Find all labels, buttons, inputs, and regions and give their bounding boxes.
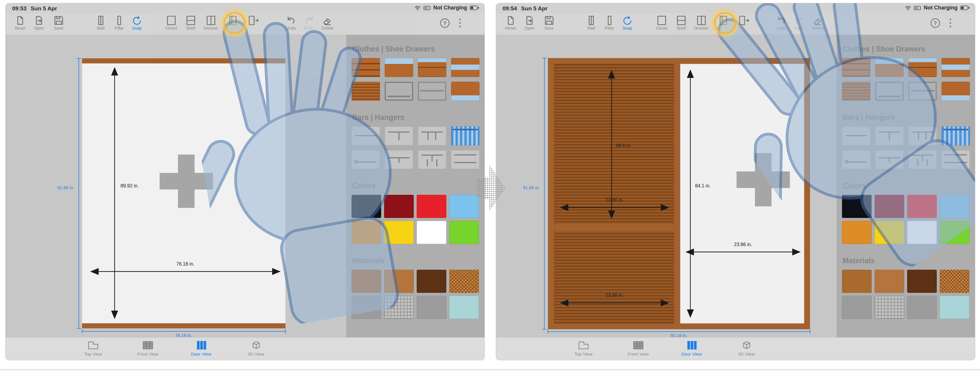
material-gray-plain[interactable] xyxy=(907,296,937,319)
material-wood-medium[interactable] xyxy=(842,270,872,293)
drawer-slatted[interactable] xyxy=(352,82,380,101)
drawer-blue-middle[interactable] xyxy=(451,58,479,77)
drawer-slatted[interactable] xyxy=(842,82,870,101)
color-white[interactable] xyxy=(907,221,937,244)
material-wood-light[interactable] xyxy=(875,270,904,293)
color-green[interactable] xyxy=(940,221,969,244)
drawer-striped[interactable] xyxy=(842,58,870,77)
material-gray-plain[interactable] xyxy=(417,296,446,319)
basket-frame[interactable] xyxy=(875,82,904,101)
help-button[interactable]: ? xyxy=(925,17,946,29)
material-wood-weave[interactable] xyxy=(940,270,969,293)
wall-button[interactable]: Wall xyxy=(90,15,111,30)
bar-single[interactable] xyxy=(842,126,870,145)
color-yellow[interactable] xyxy=(384,221,414,244)
undo-button[interactable]: Undo xyxy=(771,15,792,30)
shelf-button[interactable]: Shelf xyxy=(180,15,201,30)
shelf-button[interactable]: Shelf xyxy=(671,15,692,30)
color-orange[interactable] xyxy=(842,221,872,244)
color-black[interactable] xyxy=(352,195,381,218)
material-gray[interactable] xyxy=(352,296,381,319)
material-gray-grid[interactable] xyxy=(384,296,414,319)
help-button[interactable]: ? xyxy=(434,17,455,29)
color-white[interactable] xyxy=(417,221,446,244)
color-red[interactable] xyxy=(417,195,446,218)
color-black[interactable] xyxy=(842,195,872,218)
snap-button[interactable]: Snap xyxy=(617,15,638,30)
tab-top-view[interactable]: Top View xyxy=(564,339,603,357)
drawer-blue-top-striped[interactable] xyxy=(418,58,446,77)
material-wood-medium[interactable] xyxy=(352,270,381,293)
color-light-blue[interactable] xyxy=(449,195,479,218)
rail-blue[interactable] xyxy=(942,126,970,145)
redo-button[interactable]: Redo xyxy=(789,15,810,30)
material-wood-dark[interactable] xyxy=(907,270,937,293)
open-button[interactable]: Open xyxy=(519,15,540,30)
rail-double[interactable] xyxy=(451,150,479,169)
drawer-blue-bottom[interactable] xyxy=(451,82,479,101)
bar-double-support[interactable] xyxy=(418,126,446,145)
material-wood-dark[interactable] xyxy=(417,270,446,293)
delete-button[interactable]: Delete xyxy=(808,15,828,30)
bar-low[interactable] xyxy=(385,150,413,169)
material-gray-grid[interactable] xyxy=(875,296,904,319)
bar-double-support[interactable] xyxy=(908,126,937,145)
material-aqua[interactable] xyxy=(449,296,479,319)
reset-button[interactable]: Reset xyxy=(10,15,30,30)
shelf-frame[interactable] xyxy=(908,82,937,101)
more-button[interactable] xyxy=(945,18,956,30)
tab-door-view[interactable]: Door View xyxy=(182,339,220,357)
more-button[interactable] xyxy=(454,18,466,30)
undo-button[interactable]: Undo xyxy=(280,15,301,30)
reset-button[interactable]: Reset xyxy=(500,15,521,30)
color-green[interactable] xyxy=(449,221,479,244)
basket-frame[interactable] xyxy=(385,82,413,101)
tab-3d-view[interactable]: 3D View xyxy=(727,339,765,357)
save-button[interactable]: Save xyxy=(539,15,560,30)
bar-hanger[interactable] xyxy=(908,150,937,169)
drawer-blue-top[interactable] xyxy=(385,58,413,77)
open-button[interactable]: Open xyxy=(29,15,49,30)
material-wood-light[interactable] xyxy=(384,270,414,293)
closet-door-slatted[interactable] xyxy=(554,64,674,323)
division-button[interactable]: Division xyxy=(200,15,221,30)
material-aqua[interactable] xyxy=(940,296,969,319)
drawer-blue-middle[interactable] xyxy=(942,58,970,77)
shelf-frame[interactable] xyxy=(418,82,446,101)
material-wood-weave[interactable] xyxy=(449,270,479,293)
wall-button[interactable]: Wall xyxy=(581,15,601,30)
bar-hook[interactable] xyxy=(842,150,870,169)
tab-top-view[interactable]: Top View xyxy=(74,339,112,357)
snap-button[interactable]: Snap xyxy=(126,15,147,30)
drawer-striped[interactable] xyxy=(352,58,380,77)
material-gray[interactable] xyxy=(842,296,872,319)
color-dark-red[interactable] xyxy=(875,195,904,218)
color-light-blue[interactable] xyxy=(940,195,969,218)
door-swing-button[interactable] xyxy=(733,15,754,30)
save-button[interactable]: Save xyxy=(48,15,69,30)
closet-button[interactable]: Closet xyxy=(161,15,181,30)
rail-blue[interactable] xyxy=(451,126,479,145)
closet-button[interactable]: Closet xyxy=(651,15,672,30)
door-swing-button[interactable] xyxy=(243,15,263,30)
drawer-blue-top-striped[interactable] xyxy=(908,58,937,77)
rail-double[interactable] xyxy=(942,150,970,169)
bar-single[interactable] xyxy=(352,126,380,145)
delete-button[interactable]: Delete xyxy=(317,15,338,30)
tab-front-view[interactable]: Front View xyxy=(129,339,167,357)
bar-hook[interactable] xyxy=(352,150,380,169)
tab-door-view[interactable]: Door View xyxy=(672,339,711,357)
bar-low[interactable] xyxy=(875,150,904,169)
drawer-blue-bottom[interactable] xyxy=(942,82,970,101)
bar-t-support[interactable] xyxy=(385,126,413,145)
color-dark-red[interactable] xyxy=(384,195,414,218)
redo-button[interactable]: Redo xyxy=(299,15,320,30)
division-button[interactable]: Division xyxy=(691,15,712,30)
color-orange[interactable] xyxy=(352,221,381,244)
tab-3d-view[interactable]: 3D View xyxy=(237,339,275,357)
color-yellow[interactable] xyxy=(875,221,904,244)
bar-hanger[interactable] xyxy=(418,150,446,169)
tab-front-view[interactable]: Front View xyxy=(619,339,657,357)
color-red[interactable] xyxy=(907,195,937,218)
closet-open-section[interactable] xyxy=(680,64,804,323)
